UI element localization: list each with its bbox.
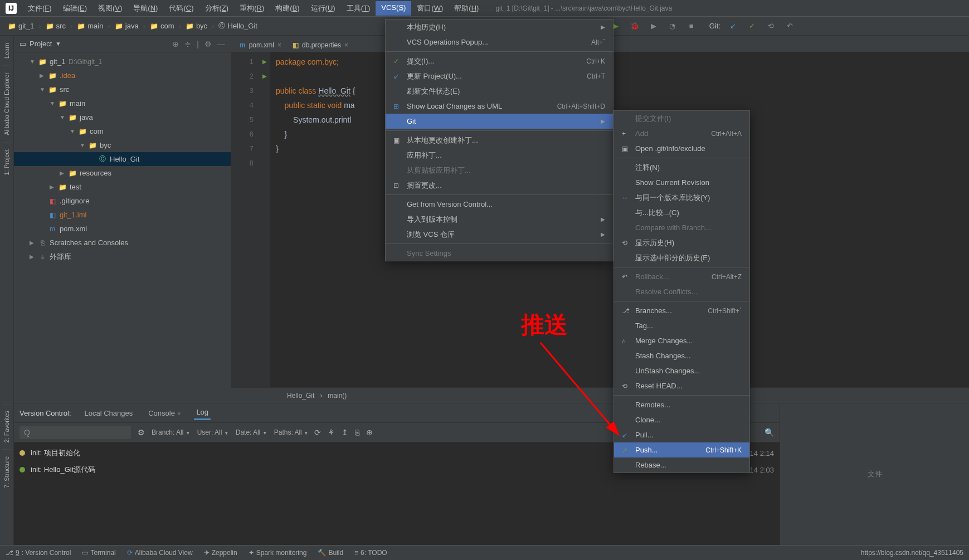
vcs-menu-item-3[interactable]: ✓提交(I)...Ctrl+K	[386, 53, 613, 69]
tree-node-Hello_Git[interactable]: ⒸHello_Git	[14, 152, 231, 166]
menu-构建[interactable]: 构建(B)	[270, 1, 305, 16]
vcs-menu-item-14[interactable]: Get from Version Control...	[386, 197, 613, 212]
tool-alibaba-cloud-explorer[interactable]: Alibaba Cloud Explorer	[2, 65, 11, 142]
profile-icon[interactable]: ◔	[666, 20, 679, 33]
status-zeppelin[interactable]: ✈ Zeppelin	[204, 549, 237, 557]
debug-icon[interactable]: 🐞	[628, 20, 641, 33]
menu-vcs[interactable]: VCS(S)	[376, 1, 411, 16]
git-menu-item-2[interactable]: ▣Open .git/info/exclude	[614, 141, 749, 156]
git-menu-item-7[interactable]: 与...比较...(C)	[614, 205, 749, 220]
filter-date[interactable]: Date: All ▾	[236, 428, 266, 436]
git-history-icon[interactable]: ⟲	[764, 20, 777, 33]
tree-node-java[interactable]: ▼📁java	[14, 110, 231, 124]
status-alibaba-cloud-view[interactable]: ⟳ Alibaba Cloud View	[127, 549, 193, 557]
crumb-main[interactable]: 📁 main	[75, 21, 105, 31]
git-update-icon[interactable]: ↙	[726, 20, 739, 33]
menu-帮助[interactable]: 帮助(H)	[449, 1, 484, 16]
cherry-pick-icon[interactable]: ⚘	[328, 428, 335, 437]
vcs-menu-item-5[interactable]: 刷新文件状态(E)	[386, 84, 613, 99]
editor-status-class[interactable]: Hello_Git	[287, 392, 314, 400]
vcs-tab-console[interactable]: Console×	[146, 407, 183, 420]
git-menu-item-5[interactable]: Show Current Revision	[614, 175, 749, 190]
log-search-input[interactable]: Q	[20, 426, 131, 439]
tree-node-test[interactable]: ▶📁test	[14, 180, 231, 194]
filter-user[interactable]: User: All ▾	[197, 428, 228, 436]
editor-tab-pom.xml[interactable]: mpom.xml×	[234, 38, 287, 52]
crumb-java[interactable]: 📁 java	[113, 21, 141, 31]
crumb-Hello_Git[interactable]: Ⓒ Hello_Git	[216, 20, 259, 32]
git-menu-item-4[interactable]: 注释(N)	[614, 160, 749, 175]
tree-node-Scratches and Consoles[interactable]: ▶⎘Scratches and Consoles	[14, 236, 231, 250]
menu-视图[interactable]: 视图(V)	[92, 1, 128, 16]
tree-node-byc[interactable]: ▼📁byc	[14, 138, 231, 152]
menu-编辑[interactable]: 编辑(E)	[57, 1, 92, 16]
vcs-menu-item-0[interactable]: 本地历史(H)▶	[386, 20, 613, 35]
tool-1:-project[interactable]: 1: Project	[2, 142, 11, 182]
status-6-todo[interactable]: ≡ 6: TODO	[354, 549, 387, 557]
menu-代码[interactable]: 代码(C)	[163, 1, 199, 16]
indent-icon[interactable]: ⎘	[355, 428, 359, 437]
tree-node-git_1.iml[interactable]: ◧git_1.iml	[14, 208, 231, 222]
git-menu-item-26[interactable]: Rebase...	[614, 457, 749, 473]
crumb-src[interactable]: 📁 src	[43, 21, 68, 31]
tool-2:-favorites[interactable]: 2: Favorites	[2, 403, 11, 449]
git-menu-item-10[interactable]: 显示选中部分的历史(E)	[614, 250, 749, 265]
gear-icon[interactable]: ⚙	[138, 428, 145, 437]
tree-node-resources[interactable]: ▶📁resources	[14, 166, 231, 180]
open-icon[interactable]: ⊕	[366, 428, 373, 437]
git-submenu[interactable]: 提交文件(I)+AddCtrl+Alt+A▣Open .git/info/exc…	[613, 110, 750, 473]
tree-node-.idea[interactable]: ▶📁.idea	[14, 69, 231, 82]
crumb-com[interactable]: 📁 com	[148, 21, 177, 31]
tree-node-src[interactable]: ▼📁src	[14, 82, 231, 96]
menu-分析[interactable]: 分析(Z)	[199, 1, 235, 16]
git-menu-item-6[interactable]: ↔与同一个版本库比较(Y)	[614, 190, 749, 205]
git-menu-item-24[interactable]: ↙Pull...	[614, 427, 749, 442]
vcs-menu[interactable]: 本地历史(H)▶VCS Operations Popup...Alt+`✓提交(…	[385, 19, 613, 261]
crumb-git_1[interactable]: 📁 git_1	[6, 21, 36, 31]
hide-icon[interactable]: —	[217, 40, 225, 48]
crumb-byc[interactable]: 📁 byc	[183, 21, 210, 31]
vcs-menu-item-1[interactable]: VCS Operations Popup...Alt+`	[386, 35, 613, 50]
status-spark-monitoring[interactable]: ✦ Spark monitoring	[249, 549, 307, 557]
menu-导航[interactable]: 导航(N)	[128, 1, 163, 16]
git-menu-item-22[interactable]: Remotes...	[614, 397, 749, 412]
git-menu-item-25[interactable]: ↗Push...Ctrl+Shift+K	[614, 442, 749, 457]
tree-node-git_1[interactable]: ▼📁git_1D:\Git\git_1	[14, 55, 231, 69]
locate-icon[interactable]: ⊕	[172, 40, 179, 48]
git-menu-item-18[interactable]: Stash Changes...	[614, 348, 749, 363]
vcs-tab-log[interactable]: Log	[194, 406, 211, 420]
filter-branch[interactable]: Branch: All ▾	[152, 428, 189, 436]
menu-文件[interactable]: 文件(F)	[22, 1, 57, 16]
git-menu-item-20[interactable]: ⟲Reset HEAD...	[614, 378, 749, 393]
git-menu-item-19[interactable]: UnStash Changes...	[614, 363, 749, 378]
tool-7:-structure[interactable]: 7: Structure	[2, 449, 11, 495]
filter-paths[interactable]: Paths: All ▾	[274, 428, 308, 436]
editor-tab-db.properties[interactable]: ◧db.properties×	[287, 38, 354, 52]
vcs-menu-item-12[interactable]: ⊡搁置更改...	[386, 178, 613, 193]
vcs-menu-item-15[interactable]: 导入到版本控制▶	[386, 212, 613, 227]
status-terminal[interactable]: ▭ Terminal	[82, 549, 115, 557]
tree-node-com[interactable]: ▼📁com	[14, 124, 231, 138]
tree-node-pom.xml[interactable]: mpom.xml	[14, 222, 231, 236]
menu-重构[interactable]: 重构(R)	[234, 1, 270, 16]
close-icon[interactable]: ×	[277, 41, 281, 49]
stop-icon[interactable]: ■	[685, 20, 698, 33]
tree-node-.gitignore[interactable]: ◧.gitignore	[14, 194, 231, 208]
vcs-menu-item-10[interactable]: 应用补丁...	[386, 148, 613, 163]
vcs-tab-local-changes[interactable]: Local Changes	[82, 407, 135, 420]
project-title-wrapper[interactable]: ▭ Project ▼	[20, 40, 61, 48]
status-9-version-control[interactable]: ⎇ 9: Version Control	[6, 549, 71, 557]
git-rollback-icon[interactable]: ↶	[783, 20, 796, 33]
project-tree[interactable]: ▼📁git_1D:\Git\git_1▶📁.idea▼📁src▼📁main▼📁j…	[14, 52, 231, 266]
git-menu-item-15[interactable]: ⎇Branches...Ctrl+Shift+`	[614, 303, 749, 318]
breadcrumb[interactable]: 📁 git_1›📁 src›📁 main›📁 java›📁 com›📁 byc›…	[6, 20, 260, 32]
git-menu-item-9[interactable]: ⟲显示历史(H)	[614, 235, 749, 250]
tool-learn[interactable]: Learn	[2, 36, 11, 65]
vcs-menu-item-6[interactable]: ⊞Show Local Changes as UMLCtrl+Alt+Shift…	[386, 99, 613, 114]
editor-status-method[interactable]: main()	[328, 392, 347, 400]
search-icon[interactable]: 🔍	[765, 428, 774, 437]
refresh-icon[interactable]: ⟳	[314, 428, 321, 437]
menu-工具[interactable]: 工具(T)	[341, 1, 376, 16]
close-icon[interactable]: ×	[344, 41, 348, 49]
vcs-menu-item-7[interactable]: Git▶	[386, 114, 613, 129]
